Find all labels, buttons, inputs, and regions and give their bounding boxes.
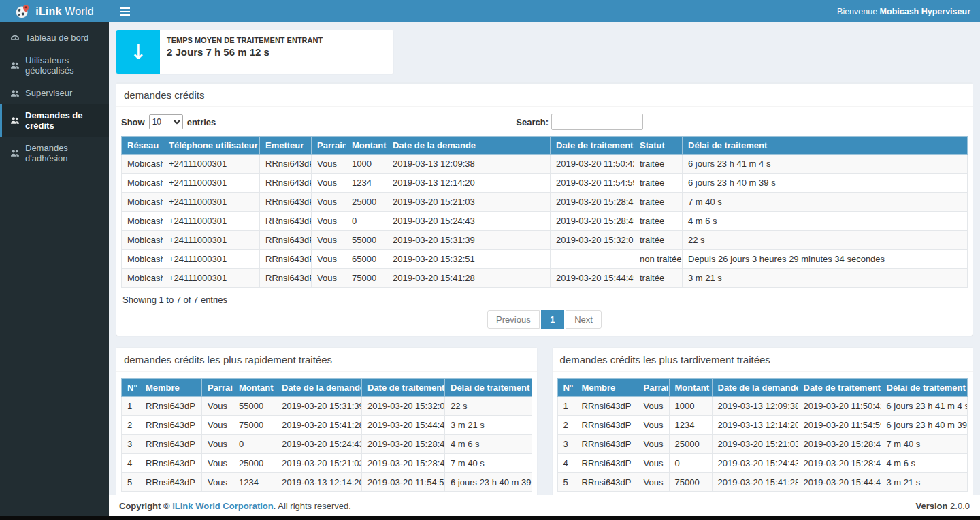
table-cell: 4 m 6 s	[445, 435, 532, 454]
table-cell: 7 m 40 s	[683, 193, 968, 212]
column-header[interactable]: Réseau	[122, 137, 163, 155]
demandes-credits-table: RéseauTéléphone utilisateurEmetteurParra…	[121, 136, 968, 288]
sidebar-item-tableau-de-bord[interactable]: Tableau de bord	[0, 27, 109, 49]
column-header[interactable]: Membre	[576, 379, 638, 397]
column-header[interactable]: Date de la demande	[276, 379, 362, 397]
show-label: Show	[121, 117, 145, 127]
table-cell: traitée	[634, 269, 683, 288]
column-header[interactable]: Parrain	[312, 137, 346, 155]
column-header[interactable]: Date de traitement	[798, 379, 881, 397]
search-input[interactable]	[551, 114, 643, 130]
table-cell: RRnsi643dP	[576, 473, 638, 492]
table-cell: 2019-03-20 15:31:39	[276, 397, 362, 416]
table-cell: Vous	[638, 435, 669, 454]
column-header[interactable]: Montant	[233, 379, 276, 397]
table-cell: 2019-03-20 15:41:28	[387, 269, 551, 288]
app-logo[interactable]: iLink World	[0, 0, 109, 22]
info-box-temps-moyen: ↓ TEMPS MOYEN DE TRAITEMENT ENTRANT 2 Jo…	[116, 30, 393, 74]
table-cell: 25000	[233, 454, 276, 473]
table-cell: 75000	[669, 473, 712, 492]
sidebar-item-demandes-de-credits[interactable]: Demandes de crédits	[0, 104, 109, 137]
column-header[interactable]: Montant	[669, 379, 712, 397]
panel-title: demandes crédits	[116, 84, 973, 107]
table-cell: 2019-03-20 15:21:03	[387, 193, 551, 212]
column-header[interactable]: Délai de traitement	[683, 137, 968, 155]
table-cell: 2019-03-13 12:09:38	[712, 397, 798, 416]
table-cell: RRnsi643dP	[140, 435, 202, 454]
table-cell: 2019-03-20 15:24:43	[387, 212, 551, 231]
search-control: Search:	[516, 114, 643, 130]
table-cell: 6 jours 23 h 40 m 39 s	[683, 174, 968, 193]
table-cell: 1234	[346, 174, 387, 193]
table-cell: Vous	[202, 473, 233, 492]
table-row: 4RRnsi643dPVous250002019-03-20 15:21:032…	[122, 454, 532, 473]
table-cell: traitée	[634, 174, 683, 193]
table-cell: Vous	[202, 416, 233, 435]
table-cell: 25000	[346, 193, 387, 212]
table-cell: 6 jours 23 h 40 m 39 s	[445, 473, 532, 492]
table-cell: 7 m 40 s	[881, 435, 968, 454]
table-cell: 2019-03-20 11:54:59	[551, 174, 634, 193]
column-header[interactable]: Délai de traitement	[881, 379, 968, 397]
table-cell: Mobicash	[122, 231, 163, 250]
page-1-button[interactable]: 1	[541, 310, 564, 329]
column-header[interactable]: Délai de traitement	[445, 379, 532, 397]
users-icon	[10, 116, 20, 125]
table-cell: 1	[557, 397, 576, 416]
table-cell: 2019-03-20 15:44:49	[551, 269, 634, 288]
table-cell: Vous	[638, 416, 669, 435]
sidebar-item-demandes-adhesion[interactable]: Demandes d'adhésion	[0, 137, 109, 169]
column-header[interactable]: Date de traitement	[551, 137, 634, 155]
table-cell: RRnsi643dP	[260, 174, 312, 193]
navbar: Bienvenue Mobicash Hyperviseur	[109, 0, 980, 22]
table-cell: Vous	[312, 250, 346, 269]
sidebar-item-superviseur[interactable]: Superviseur	[0, 82, 109, 104]
column-header[interactable]: Téléphone utilisateur	[163, 137, 260, 155]
table-cell: 2019-03-20 11:54:59	[798, 416, 881, 435]
table-cell: 2019-03-20 15:28:43	[362, 454, 445, 473]
table-cell: 55000	[233, 397, 276, 416]
table-cell: Mobicash	[122, 269, 163, 288]
table-row: 5RRnsi643dPVous750002019-03-20 15:41:282…	[557, 473, 968, 492]
table-cell: 2	[557, 416, 576, 435]
previous-page-button[interactable]: Previous	[487, 310, 540, 329]
sidebar-item-utilisateurs-geolocalises[interactable]: Utilisateurs géolocalisés	[0, 49, 109, 82]
table-cell: Vous	[312, 174, 346, 193]
hamburger-icon[interactable]	[118, 5, 131, 18]
column-header[interactable]: Date de la demande	[387, 137, 551, 155]
column-header[interactable]: Emetteur	[260, 137, 312, 155]
column-header[interactable]: Parrain	[638, 379, 669, 397]
table-cell: 1000	[346, 155, 387, 174]
welcome-text: Bienvenue Mobicash Hyperviseur	[837, 7, 970, 16]
users-icon	[10, 61, 20, 70]
next-page-button[interactable]: Next	[566, 310, 602, 329]
footer: Copyright © iLink World Corporation. All…	[109, 495, 980, 516]
table-info: Showing 1 to 7 of 7 entries	[122, 295, 968, 305]
table-cell: RRnsi643dP	[260, 193, 312, 212]
table-cell: 22 s	[683, 231, 968, 250]
column-header[interactable]: Date de traitement	[362, 379, 445, 397]
column-header[interactable]: Montant	[346, 137, 387, 155]
column-header[interactable]: Statut	[634, 137, 683, 155]
table-cell: non traitée	[634, 250, 683, 269]
table-cell: +24111000301	[163, 250, 260, 269]
table-cell: 4	[122, 454, 140, 473]
table-cell: RRnsi643dP	[140, 397, 202, 416]
column-header[interactable]: Parrain	[202, 379, 233, 397]
column-header[interactable]: N°	[122, 379, 140, 397]
company-link[interactable]: iLink World Corporation	[172, 501, 274, 511]
entries-label: entries	[187, 117, 216, 127]
table-cell: 4 m 6 s	[881, 454, 968, 473]
column-header[interactable]: N°	[557, 379, 576, 397]
page-length-select[interactable]: 10	[149, 114, 183, 129]
table-cell: 2019-03-20 11:54:59	[362, 473, 445, 492]
table-cell: RRnsi643dP	[576, 454, 638, 473]
table-cell: Mobicash	[122, 174, 163, 193]
table-cell: traitée	[634, 193, 683, 212]
table-cell: traitée	[634, 212, 683, 231]
column-header[interactable]: Date de la demande	[712, 379, 798, 397]
table-row: Mobicash+24111000301RRnsi643dPVous02019-…	[122, 212, 968, 231]
table-row: 2RRnsi643dPVous12342019-03-13 12:14:2020…	[557, 416, 968, 435]
bottom-edge-strip	[0, 516, 980, 520]
column-header[interactable]: Membre	[140, 379, 202, 397]
